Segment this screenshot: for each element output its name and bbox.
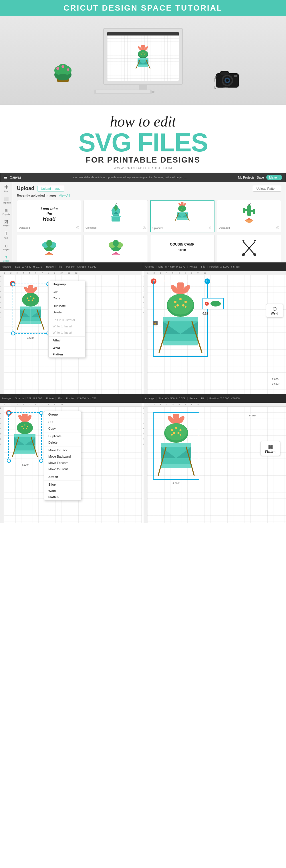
menu-copy[interactable]: Copy [49, 295, 85, 301]
image-cell-1[interactable]: I can take the Heat! Uploaded ⓘ [17, 200, 81, 232]
p3-w: W 4.129 [22, 397, 31, 400]
sidebar-item-upload[interactable]: ⬆ Upload [3, 255, 9, 262]
dimension-annotations: 2.053 3.681" [271, 377, 280, 385]
save-button[interactable]: Save [257, 176, 264, 179]
weld-button[interactable]: ⬡ Weld [266, 304, 283, 318]
canvas-with-ruler-4: 1 2 3 4 5 6 7 8 9 1 2 3 4 5 6 7 8 [143, 403, 286, 523]
menu3-weld[interactable]: Weld [44, 488, 81, 494]
hamburger-icon[interactable]: ☰ [4, 175, 7, 180]
sidebar-item-text[interactable]: T Text [4, 231, 8, 239]
upload-image-button[interactable]: Upload Image [37, 186, 64, 191]
handle-br-3[interactable] [39, 459, 43, 463]
p2-h: H 6.379 [176, 265, 185, 268]
handle-bl-3[interactable] [7, 459, 11, 463]
svg-rect-169 [161, 443, 191, 447]
handle-bl-1[interactable] [11, 332, 15, 335]
menu3-move-front[interactable]: Move to Front [44, 466, 81, 472]
svg-point-14 [138, 50, 148, 58]
svg-point-145 [23, 428, 24, 429]
info-icon-4[interactable]: ⓘ [276, 226, 279, 230]
image-cell-5[interactable] [17, 235, 81, 262]
canvas-with-ruler-2: 1 2 3 4 5 6 7 8 9 10 1 2 3 4 5 6 7 [143, 271, 286, 394]
sidebar-shapes-label: Shapes [3, 248, 10, 250]
warning-text: Your free trial ends in 5 days. Upgrade … [73, 176, 187, 179]
canvas-area-1: ✕ [4, 275, 143, 394]
svg-point-126 [174, 306, 176, 308]
svg-point-166 [171, 434, 173, 436]
cactus-drum-object-3[interactable]: ✕ [8, 412, 42, 461]
image-label-row-2: Uploaded ⓘ [86, 226, 146, 230]
cactus-drum-object-1[interactable]: ✕ [12, 284, 49, 334]
menu3-duplicate[interactable]: Duplicate [44, 433, 81, 439]
menu-duplicate[interactable]: Duplicate [49, 303, 85, 309]
divider [49, 288, 85, 288]
my-projects-button[interactable]: My Projects [238, 176, 254, 179]
info-icon-1[interactable]: ⓘ [76, 226, 79, 230]
menu3-attach[interactable]: Attach [44, 474, 81, 480]
svg-point-161 [171, 429, 173, 431]
svg-line-43 [115, 203, 116, 204]
menu3-flatten[interactable]: Flatten [44, 494, 81, 500]
p4-dim-label: 6.379" [248, 412, 257, 417]
lock-icon[interactable]: 🔒 [153, 321, 158, 326]
upload-pattern-button[interactable]: Upload Pattern [253, 186, 281, 191]
context-menu-3: Group Cut Copy Duplicate Delete Move to … [44, 411, 81, 500]
divider [44, 418, 81, 418]
handle-tr-3[interactable] [39, 411, 43, 415]
menu3-move-forward[interactable]: Move Forward [44, 460, 81, 466]
context-menu-1: Ungroup Cut Copy Duplicate Delete Edit i… [48, 281, 86, 358]
menu-weld[interactable]: Weld [49, 345, 85, 351]
cactus-drum-object-4[interactable]: 4.580" [153, 412, 199, 480]
menu3-cut[interactable]: Cut [44, 419, 81, 425]
menu-ungroup[interactable]: Ungroup [49, 281, 85, 287]
svg-point-143 [24, 425, 26, 426]
canvas-with-ruler-1: 1 2 3 4 5 6 7 8 9 10 11 12 1 2 3 4 5 [0, 271, 143, 394]
svg-rect-33 [234, 75, 237, 77]
panel2-toolbar: Arrange | Size W 4.580 H 6.379 | Rotate … [143, 262, 286, 271]
image-cell-6[interactable] [84, 235, 148, 262]
menu3-copy[interactable]: Copy [44, 425, 81, 432]
sidebar-item-new[interactable]: ✚ New [4, 184, 8, 192]
p2-size: Size [158, 265, 163, 268]
image-cell-4[interactable]: Uploaded ⓘ [217, 200, 281, 232]
sidebar-item-projects[interactable]: ⊞ Projects [3, 208, 10, 215]
svg-text:CANON: CANON [222, 87, 228, 88]
canvas-label: Canvas [10, 176, 22, 180]
menu-cut[interactable]: Cut [49, 289, 85, 295]
info-icon-2[interactable]: ⓘ [143, 226, 146, 230]
view-all-link[interactable]: View All [59, 194, 70, 197]
sidebar-item-shapes[interactable]: ◇ Shapes [3, 244, 10, 250]
sidebar-item-images[interactable]: 🖼 Images [3, 220, 9, 227]
image-label-row-1: Uploaded ⓘ [19, 226, 79, 230]
p4-y: Y 5.468 [231, 397, 240, 400]
image-cell-8[interactable] [217, 235, 281, 262]
svg-rect-21 [137, 58, 149, 60]
image-cell-3[interactable]: Uploaded ⓘ [150, 200, 215, 232]
menu3-slice[interactable]: Slice [44, 482, 81, 488]
menu3-move-back[interactable]: Move to Back [44, 447, 81, 453]
svg-point-57 [183, 209, 183, 210]
menu3-group[interactable]: Group [44, 411, 81, 417]
svg-point-90 [242, 253, 245, 256]
canvas-panel-2: Arrange | Size W 4.580 H 6.379 | Rotate … [143, 262, 286, 394]
image-cell-7[interactable]: COUSIN CAMP 2018 [150, 235, 215, 262]
sidebar-templates-label: Templates [2, 202, 11, 204]
flatten-button[interactable]: ▦ Flatten [260, 441, 280, 456]
menu-flatten[interactable]: Flatten [49, 351, 85, 358]
p4-size: Size [158, 397, 163, 400]
menu-attach[interactable]: Attach [49, 337, 85, 343]
cactus-drum-object-2[interactable]: ✕ ↻ [153, 281, 208, 357]
sidebar-item-templates[interactable]: ⬜ Templates [2, 197, 11, 204]
make-it-button[interactable]: Make It [266, 175, 282, 180]
p1-y: Y 1.042 [88, 265, 96, 268]
menu3-move-backward[interactable]: Move Backward [44, 453, 81, 460]
delete-overlap[interactable]: ✕ [205, 302, 209, 306]
menu-delete[interactable]: Delete [49, 309, 85, 315]
info-icon-3[interactable]: ⓘ [209, 226, 212, 230]
ruler-v-3: 1 2 3 4 5 6 7 8 [0, 407, 4, 523]
image-cell-2[interactable]: Uploaded ⓘ [84, 200, 148, 232]
overlap-piece: ✕ 0.52 [202, 298, 224, 316]
svg-rect-67 [243, 208, 245, 213]
menu3-delete[interactable]: Delete [44, 439, 81, 445]
p4-flip: Flip [201, 397, 205, 400]
